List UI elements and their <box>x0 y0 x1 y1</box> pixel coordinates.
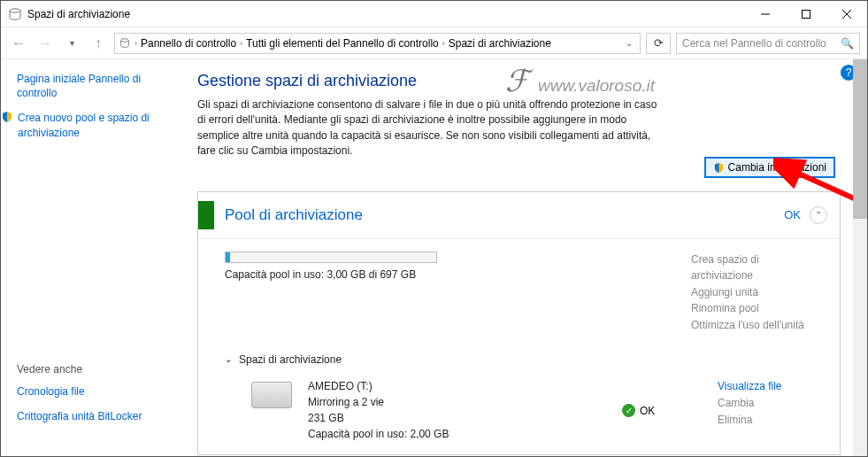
window-title: Spazi di archiviazione <box>27 8 745 20</box>
chevron-right-icon: › <box>442 39 445 48</box>
storage-pool-panel: Pool di archiviazione OK ⌃ Capacità pool… <box>197 191 841 455</box>
pool-usage-bar <box>225 252 437 263</box>
minimize-button[interactable] <box>745 1 786 27</box>
pool-action-create: Crea spazio di archiviazione <box>691 252 824 284</box>
space-usage: Capacità pool in uso: 2,00 GB <box>308 426 606 442</box>
close-button[interactable] <box>826 1 867 27</box>
page-description: Gli spazi di archiviazione consentono di… <box>197 97 657 159</box>
space-size: 231 GB <box>308 410 606 426</box>
pool-accent <box>198 201 214 229</box>
maximize-button[interactable] <box>786 1 826 27</box>
search-placeholder: Cerca nel Pannello di controllo <box>682 37 826 50</box>
watermark: ℱwww.valoroso.it <box>505 63 655 98</box>
sidebar-home-link[interactable]: Pagina iniziale Pannello di controllo <box>17 72 178 100</box>
space-action-change: Cambia <box>718 397 754 409</box>
refresh-button[interactable]: ⟳ <box>646 33 671 54</box>
shield-icon <box>713 162 725 174</box>
breadcrumb[interactable]: › Pannello di controllo › Tutti gli elem… <box>114 33 641 54</box>
recent-dropdown[interactable]: ▾ <box>61 33 82 54</box>
space-action-delete: Elimina <box>718 414 752 426</box>
pool-capacity-text: Capacità pool in uso: 3,00 GB di 697 GB <box>225 268 673 281</box>
search-input[interactable]: Cerca nel Pannello di controllo 🔍 <box>676 33 860 54</box>
breadcrumb-dropdown[interactable]: ⌄ <box>626 38 633 48</box>
space-name: AMEDEO (T:) <box>308 378 606 394</box>
space-type: Mirroring a 2 vie <box>308 394 606 410</box>
space-status: OK <box>640 405 655 417</box>
svg-point-5 <box>121 38 129 42</box>
sidebar-create-link[interactable]: Crea nuovo pool e spazio di archiviazion… <box>18 111 178 139</box>
check-icon: ✓ <box>622 404 635 417</box>
pool-action-add: Aggiungi unità <box>691 284 824 301</box>
back-button[interactable]: ← <box>8 33 29 54</box>
app-icon <box>8 7 22 21</box>
shield-icon <box>1 111 13 150</box>
chevron-right-icon: › <box>240 39 242 48</box>
search-icon: 🔍 <box>841 37 854 50</box>
breadcrumb-item[interactable]: Spazi di archiviazione <box>449 37 551 50</box>
drive-icon <box>251 382 292 408</box>
see-also-label: Vedere anche <box>17 363 178 376</box>
breadcrumb-item[interactable]: Tutti gli elementi del Pannello di contr… <box>246 37 439 50</box>
storage-space-row: AMEDEO (T:) Mirroring a 2 vie 231 GB Cap… <box>198 371 840 454</box>
pool-title: Pool di archiviazione <box>225 206 784 224</box>
pool-action-optimize: Ottimizza l'uso dell'unità <box>691 317 824 334</box>
svg-point-0 <box>10 8 20 12</box>
pool-action-rename: Rinomina pool <box>691 300 824 317</box>
spaces-header-label: Spazi di archiviazione <box>239 353 342 366</box>
drive-icon <box>119 37 131 50</box>
sidebar-history-link[interactable]: Cronologia file <box>17 384 178 399</box>
scrollbar-thumb[interactable] <box>853 59 867 219</box>
up-button[interactable]: ↑ <box>88 33 109 54</box>
scrollbar[interactable] <box>853 59 867 456</box>
sidebar-bitlocker-link[interactable]: Crittografia unità BitLocker <box>17 409 178 423</box>
chevron-right-icon: › <box>134 39 137 48</box>
space-action-view[interactable]: Visualizza file <box>718 380 781 392</box>
spaces-section-header[interactable]: ⌄ Spazi di archiviazione <box>198 346 840 371</box>
forward-button[interactable]: → <box>35 33 56 54</box>
chevron-down-icon: ⌄ <box>225 354 232 364</box>
svg-rect-2 <box>803 10 810 18</box>
breadcrumb-item[interactable]: Pannello di controllo <box>141 37 236 50</box>
